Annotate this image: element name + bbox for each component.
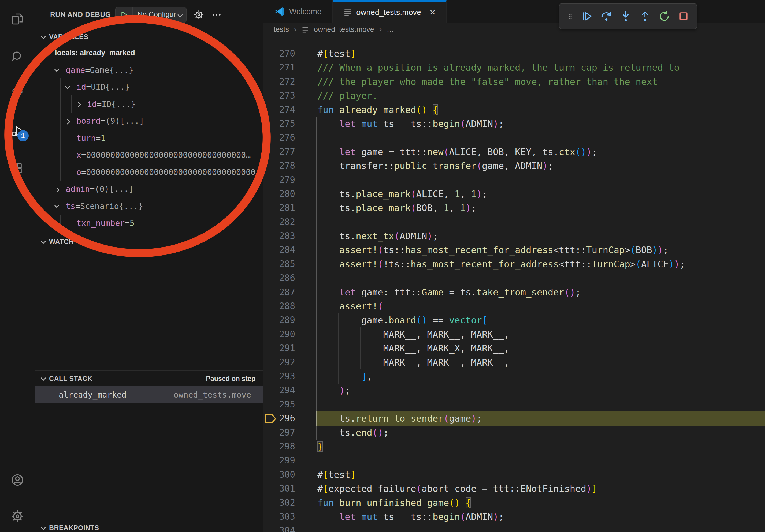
continue-icon[interactable] xyxy=(581,10,593,23)
code-line[interactable]: 282 xyxy=(264,215,765,229)
line-number[interactable]: 271 xyxy=(278,61,295,75)
line-number[interactable]: 278 xyxy=(278,159,295,173)
code-line[interactable]: 302fun burn_unfinished_game() { xyxy=(264,496,765,510)
gutter-glyph-margin[interactable] xyxy=(264,453,278,467)
gutter-glyph-margin[interactable] xyxy=(264,103,278,117)
code-line[interactable]: 276 xyxy=(264,131,765,145)
line-number[interactable]: 297 xyxy=(278,426,295,439)
code-line[interactable]: 280 ts.place_mark(ALICE, 1, 1); xyxy=(264,187,765,201)
variable-row[interactable]: id = UID{...} xyxy=(35,79,263,96)
gutter-glyph-margin[interactable] xyxy=(264,131,278,145)
breadcrumb-item-tests[interactable]: tests xyxy=(274,25,289,34)
variable-row[interactable]: game = Game{...} xyxy=(35,62,263,79)
code-line[interactable]: 271/// When a position is already marked… xyxy=(264,61,765,75)
gutter-glyph-margin[interactable] xyxy=(264,524,278,532)
gutter-glyph-margin[interactable] xyxy=(264,411,278,425)
line-number[interactable]: 276 xyxy=(278,131,295,145)
breakpoints-header[interactable]: BREAKPOINTS xyxy=(35,520,263,532)
code-line[interactable]: 304 xyxy=(264,524,765,532)
code-line[interactable]: 278 transfer::public_transfer(game, ADMI… xyxy=(264,159,765,173)
line-number[interactable]: 281 xyxy=(278,201,295,215)
code-line[interactable]: 296 ts.return_to_sender(game); xyxy=(264,411,765,425)
variable-row[interactable]: admin = (0)[...] xyxy=(35,180,263,198)
code-line[interactable]: 279 xyxy=(264,173,765,187)
line-number[interactable]: 279 xyxy=(278,173,295,187)
explorer-icon[interactable] xyxy=(10,12,24,26)
chevron-down-icon[interactable] xyxy=(55,204,66,208)
code-text[interactable]: MARK__, MARK_X, MARK__, xyxy=(318,341,509,355)
code-text[interactable]: MARK__, MARK__, MARK__, xyxy=(318,356,509,370)
gutter-glyph-margin[interactable] xyxy=(264,47,278,61)
stop-icon[interactable] xyxy=(677,10,690,23)
line-number[interactable]: 270 xyxy=(278,47,295,61)
code-text[interactable]: ts.place_mark(BOB, 1, 1); xyxy=(318,201,476,215)
chevron-down-icon[interactable] xyxy=(44,51,55,55)
code-text[interactable]: let mut ts = ts::begin(ADMIN); xyxy=(318,117,504,131)
line-number[interactable]: 273 xyxy=(278,89,295,103)
code-text[interactable]: } xyxy=(318,439,323,453)
code-line[interactable]: 287 let game: ttt::Game = ts.take_from_s… xyxy=(264,285,765,299)
code-line[interactable]: 289 game.board() == vector[ xyxy=(264,313,765,327)
variable-row[interactable]: ts = Scenario{...} xyxy=(35,198,263,215)
gutter-glyph-margin[interactable] xyxy=(264,117,278,131)
gutter-glyph-margin[interactable] xyxy=(264,356,278,370)
run-and-debug-icon[interactable]: 1 xyxy=(10,124,24,138)
gutter-glyph-margin[interactable] xyxy=(264,215,278,229)
line-number[interactable]: 298 xyxy=(278,439,295,453)
code-text[interactable]: MARK__, MARK__, MARK__, xyxy=(318,327,509,341)
line-number[interactable]: 288 xyxy=(278,299,295,313)
line-number[interactable]: 274 xyxy=(278,103,295,117)
variable-row[interactable]: o = 00000000000000000000000000000000000… xyxy=(35,164,263,181)
gutter-glyph-margin[interactable] xyxy=(264,89,278,103)
gutter-glyph-margin[interactable] xyxy=(264,313,278,327)
line-number[interactable]: 285 xyxy=(278,257,295,271)
code-line[interactable]: 272/// the player who made the "false" m… xyxy=(264,75,765,89)
gutter-glyph-margin[interactable] xyxy=(264,201,278,215)
chevron-right-icon[interactable] xyxy=(55,187,66,191)
restart-icon[interactable] xyxy=(658,10,671,23)
code-line[interactable]: 288 assert!( xyxy=(264,299,765,313)
line-number[interactable]: 286 xyxy=(278,271,295,285)
line-number[interactable]: 302 xyxy=(278,496,295,510)
gutter-glyph-margin[interactable] xyxy=(264,285,278,299)
code-text[interactable]: #[expected_failure(abort_code = ttt::ENo… xyxy=(318,482,597,496)
code-line[interactable]: 284 assert!(ts::has_most_recent_for_addr… xyxy=(264,243,765,257)
line-number[interactable]: 282 xyxy=(278,215,295,229)
code-line[interactable]: 275 let mut ts = ts::begin(ADMIN); xyxy=(264,117,765,131)
gutter-glyph-margin[interactable] xyxy=(264,510,278,524)
code-text[interactable]: assert!(!ts::has_most_recent_for_address… xyxy=(318,257,685,271)
code-line[interactable]: 299 xyxy=(264,453,765,467)
code-line[interactable]: 273/// player. xyxy=(264,89,765,103)
line-number[interactable]: 299 xyxy=(278,453,295,467)
code-line[interactable]: 295 xyxy=(264,398,765,411)
gutter-glyph-margin[interactable] xyxy=(264,61,278,75)
gutter-glyph-margin[interactable] xyxy=(264,187,278,201)
breadcrumb-item-file[interactable]: owned_tests.move xyxy=(314,25,374,34)
chevron-down-icon[interactable] xyxy=(55,68,66,72)
gutter-glyph-margin[interactable] xyxy=(264,439,278,453)
code-text[interactable]: ts.next_tx(ADMIN); xyxy=(318,229,438,243)
gear-icon[interactable] xyxy=(194,9,204,20)
line-number[interactable]: 275 xyxy=(278,117,295,131)
code-line[interactable]: 294 ); xyxy=(264,383,765,397)
code-text[interactable]: transfer::public_transfer(game, ADMIN); xyxy=(318,159,553,173)
line-number[interactable]: 284 xyxy=(278,243,295,257)
search-icon[interactable] xyxy=(10,50,24,64)
chevron-right-icon[interactable] xyxy=(66,119,76,123)
line-number[interactable]: 290 xyxy=(278,327,295,341)
gutter-glyph-margin[interactable] xyxy=(264,370,278,383)
code-line[interactable]: 293 ], xyxy=(264,370,765,383)
code-line[interactable]: 300#[test] xyxy=(264,468,765,482)
step-out-icon[interactable] xyxy=(638,10,651,23)
code-text[interactable]: assert!(ts::has_most_recent_for_address<… xyxy=(318,243,668,257)
gutter-glyph-margin[interactable] xyxy=(264,243,278,257)
variable-row[interactable]: board = (9)[...] xyxy=(35,113,263,130)
close-icon[interactable]: × xyxy=(430,8,435,17)
code-text[interactable]: ts.place_mark(ALICE, 1, 1); xyxy=(318,187,487,201)
variables-header[interactable]: VARIABLES xyxy=(35,29,263,45)
call-stack-frame[interactable]: already_marked owned_tests.move xyxy=(35,386,263,403)
line-number[interactable]: 304 xyxy=(278,524,295,532)
tab-owned-tests-move[interactable]: owned_tests.move × xyxy=(333,0,446,23)
code-line[interactable]: 303 let mut ts = ts::begin(ADMIN); xyxy=(264,510,765,524)
code-text[interactable]: /// When a position is already marked, t… xyxy=(318,61,679,75)
